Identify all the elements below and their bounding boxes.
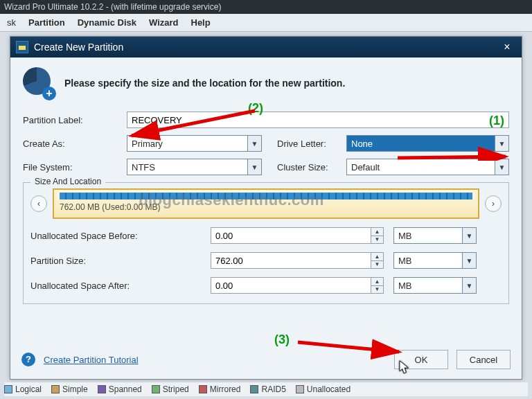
legend-unallocated: Unallocated [296,384,351,394]
partition-bar-text: 762.00 MB (Used:0.00 MB) [60,202,472,212]
legend-mirrored: Mirrored [199,384,241,394]
size-location-group: Size And Location ‹ 762.00 MB (Used:0.00… [23,182,509,304]
chevron-up-icon[interactable]: ▲ [371,278,383,286]
help-icon[interactable]: ? [21,353,35,366]
dialog-header-text: Please specify the size and the location… [64,78,345,89]
space-after-label: Unallocated Space After: [30,281,211,291]
scroll-right-button[interactable]: › [485,195,502,212]
chevron-down-icon[interactable]: ▼ [247,159,261,175]
file-system-select[interactable]: NTFS ▼ [127,159,262,175]
chevron-up-icon[interactable]: ▲ [371,253,383,261]
create-as-label: Create As: [23,139,127,149]
unit-text: MB [394,281,462,291]
close-icon[interactable]: × [498,41,516,53]
menu-bar: sk Partition Dynamic Disk Wizard Help [0,14,532,32]
menu-item-help[interactable]: Help [191,17,211,28]
create-as-select[interactable]: Primary ▼ [127,135,262,152]
space-after-unit[interactable]: MB ▼ [393,277,477,294]
drive-letter-select[interactable]: None ▼ [346,135,509,152]
partition-size-label: Partition Size: [30,256,211,266]
cluster-size-label: Cluster Size: [270,162,346,172]
partition-stripe [60,193,472,200]
partition-label-input[interactable] [127,112,509,128]
chevron-down-icon[interactable]: ▼ [495,136,508,151]
cluster-size-value: Default [347,162,495,172]
chevron-down-icon[interactable]: ▼ [462,278,476,293]
legend-simple: Simple [51,384,88,394]
file-system-label: File System: [23,162,127,172]
menu-item-disk[interactable]: sk [7,17,16,28]
legend-spanned: Spanned [98,384,142,394]
menu-item-partition[interactable]: Partition [28,17,65,28]
create-as-value: Primary [127,139,247,149]
chevron-down-icon[interactable]: ▼ [371,236,383,244]
space-before-unit[interactable]: MB ▼ [393,227,477,244]
legend-raid5: RAID5 [250,384,285,394]
menu-item-wizard[interactable]: Wizard [149,17,179,28]
unit-text: MB [394,231,462,241]
partition-icon [16,41,28,53]
partition-size-unit[interactable]: MB ▼ [393,252,477,269]
file-system-value: NTFS [127,162,247,172]
chevron-down-icon[interactable]: ▼ [495,159,508,175]
disk-plus-icon: + [23,67,55,99]
space-before-label: Unallocated Space Before: [30,231,211,241]
partition-label-label: Partition Label: [23,115,127,125]
dialog-footer: ? Create Partition Tutorial OK Cancel [10,343,522,379]
ok-button[interactable]: OK [394,350,448,369]
chevron-down-icon[interactable]: ▼ [247,136,261,151]
menu-item-dynamic-disk[interactable]: Dynamic Disk [78,17,136,28]
dialog-title-bar: Create New Partition × [10,37,522,57]
unit-text: MB [394,256,462,266]
size-location-title: Size And Location [30,177,105,186]
partition-legend: Logical Simple Spanned Striped Mirrored … [4,382,528,396]
legend-striped: Striped [152,384,189,394]
tutorial-link[interactable]: Create Partition Tutorial [44,355,139,365]
dialog-body: + Please specify the size and the locati… [10,57,522,343]
scroll-left-button[interactable]: ‹ [30,195,47,212]
main-window-title: Wizard Pro Ultimate 10.2.2 - (with lifet… [0,0,532,14]
cancel-button[interactable]: Cancel [456,350,511,369]
drive-letter-value: None [347,139,495,149]
drive-letter-label: Drive Letter: [270,139,346,149]
space-after-value[interactable] [211,278,371,293]
cluster-size-select[interactable]: Default ▼ [346,159,509,175]
chevron-down-icon[interactable]: ▼ [462,228,476,243]
create-partition-dialog: Create New Partition × + Please specify … [10,36,522,380]
partition-size-value[interactable] [211,253,371,268]
chevron-down-icon[interactable]: ▼ [462,253,476,268]
dialog-title-text: Create New Partition [34,42,123,53]
space-before-value[interactable] [211,228,371,243]
partition-bar[interactable]: 762.00 MB (Used:0.00 MB) [53,188,479,219]
chevron-up-icon[interactable]: ▲ [371,228,383,236]
space-before-input[interactable]: ▲▼ [211,227,384,244]
partition-size-input[interactable]: ▲▼ [211,252,384,269]
chevron-down-icon[interactable]: ▼ [371,261,383,269]
chevron-down-icon[interactable]: ▼ [371,286,383,294]
space-after-input[interactable]: ▲▼ [211,277,384,294]
legend-logical: Logical [4,384,42,394]
